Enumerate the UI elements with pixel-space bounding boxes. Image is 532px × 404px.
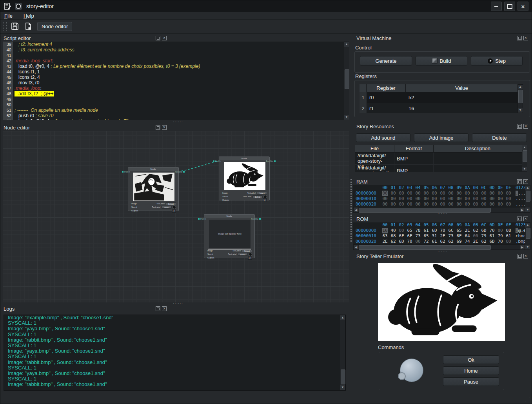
float-dock-icon[interactable] — [517, 217, 522, 221]
hex-byte-cell[interactable]: 68 — [390, 233, 396, 239]
resource-row[interactable]: /mnt/data/git/open-story-tell…BMP — [355, 153, 522, 165]
hex-byte-cell[interactable]: 00 — [473, 202, 478, 207]
home-button[interactable]: Home — [443, 366, 499, 375]
hex-byte-cell[interactable]: 61 — [432, 239, 437, 244]
close-dock-icon[interactable]: × — [162, 125, 167, 130]
hex-byte-cell[interactable]: 00 — [489, 196, 495, 202]
hex-byte-cell[interactable]: 73 — [448, 233, 454, 239]
port-out[interactable]: Port Out — [266, 160, 276, 162]
scroll-down-icon[interactable]: ▼ — [525, 207, 530, 212]
hex-byte-cell[interactable]: 00 — [465, 202, 470, 207]
toolbar-drag-handle[interactable] — [3, 22, 7, 31]
close-button[interactable]: × — [517, 2, 528, 11]
hex-byte-cell[interactable]: 61 — [506, 233, 511, 239]
hex-byte-cell[interactable]: 00 — [440, 191, 445, 196]
menu-help[interactable]: Help — [20, 13, 38, 19]
description-cell[interactable] — [434, 165, 522, 172]
hex-byte-cell[interactable]: 78 — [415, 228, 421, 233]
hex-byte-cell[interactable]: 00 — [481, 202, 487, 207]
outputs-spinbox[interactable]: 1▴▾ — [172, 209, 176, 213]
hex-byte-cell[interactable]: 00 — [440, 202, 445, 207]
pause-button[interactable]: Pause — [443, 377, 499, 386]
image-select-button[interactable]: Select — [166, 202, 176, 205]
scroll-up-icon[interactable]: ▲ — [340, 315, 345, 320]
splitter-handle[interactable]: ······ — [438, 250, 448, 253]
hex-byte-cell[interactable]: 00 — [399, 196, 404, 202]
hex-byte-cell[interactable]: 00 — [498, 202, 503, 207]
ram-vscrollbar[interactable]: ▲ ▼ — [525, 185, 530, 213]
outputs-spinbox[interactable]: 1▴▾ — [263, 198, 267, 202]
hex-byte-cell[interactable]: 6D — [481, 228, 487, 233]
script-editor-code-area[interactable]: 39 ; t2: increment 440 ; t3: current med… — [3, 42, 349, 120]
scroll-left-icon[interactable]: ◀ — [354, 207, 358, 212]
hex-byte-cell[interactable]: 00 — [415, 239, 421, 244]
scroll-up-icon[interactable]: ▲ — [518, 85, 523, 89]
close-dock-icon[interactable]: × — [162, 306, 167, 311]
scroll-up-icon[interactable]: ▲ — [344, 42, 349, 47]
column-header-description[interactable]: Description — [434, 145, 522, 152]
hex-byte-cell[interactable]: 00 — [415, 196, 421, 202]
scroll-down-icon[interactable]: ▼ — [344, 115, 349, 120]
hex-byte-cell[interactable]: 62 — [448, 239, 454, 244]
hex-byte-cell[interactable]: 00 — [423, 196, 429, 202]
hex-byte-cell[interactable]: 00 — [440, 196, 445, 202]
column-header-format[interactable]: Format — [394, 145, 434, 152]
hex-byte-cell[interactable]: 00 — [498, 196, 503, 202]
hex-byte-cell[interactable]: 70 — [489, 228, 495, 233]
hex-byte-cell[interactable]: 00 — [506, 191, 511, 196]
outputs-spinbox[interactable]: 1▴▾ — [248, 256, 252, 260]
column-header-register[interactable]: Register — [367, 84, 406, 92]
scroll-down-icon[interactable]: ▼ — [525, 245, 530, 249]
hex-byte-cell[interactable]: 00 — [399, 228, 404, 233]
hex-byte-cell[interactable]: 00 — [489, 191, 495, 196]
hex-byte-cell[interactable]: 00 — [390, 191, 396, 196]
hex-byte-cell[interactable]: 00 — [506, 239, 511, 244]
hex-byte-cell[interactable]: 40 — [390, 228, 396, 233]
hex-byte-cell[interactable]: 2E — [382, 239, 388, 244]
scroll-up-icon[interactable]: ▲ — [525, 223, 530, 227]
hex-byte-cell[interactable]: 65 — [456, 228, 462, 233]
media-node[interactable]: NodePort InPort OutImage will appear her… — [204, 214, 255, 258]
add-sound-button[interactable]: Add sound — [356, 133, 410, 142]
hex-byte-cell[interactable]: 6D — [432, 228, 437, 233]
hex-byte-cell[interactable]: 6E — [456, 233, 462, 239]
hex-byte-cell[interactable]: 2E — [440, 233, 445, 239]
hex-byte-cell[interactable]: 00 — [415, 202, 421, 207]
ok-button[interactable]: Ok — [443, 355, 499, 364]
resources-vscrollbar[interactable]: ▲ ▼ — [522, 145, 527, 172]
scroll-down-icon[interactable]: ▼ — [522, 167, 527, 171]
port-out[interactable]: Port Out — [251, 218, 261, 220]
delete-button[interactable]: Delete — [472, 133, 527, 142]
hex-byte-cell[interactable]: 74 — [465, 239, 470, 244]
hex-byte-cell[interactable]: 72 — [423, 239, 429, 244]
close-dock-icon[interactable]: × — [523, 36, 528, 40]
hex-byte-cell[interactable]: 6D — [489, 239, 495, 244]
hex-byte-cell[interactable]: 00 — [399, 191, 404, 196]
description-cell[interactable] — [434, 153, 522, 164]
hex-byte-cell[interactable]: 69 — [456, 239, 462, 244]
image-select-button[interactable]: Select — [242, 249, 252, 252]
hex-byte-cell[interactable]: 62 — [390, 239, 396, 244]
register-row[interactable]: 2r116 — [360, 103, 517, 113]
title-bar[interactable]: story-editor × — [0, 0, 532, 12]
float-dock-icon[interactable] — [517, 124, 522, 129]
hex-byte-cell[interactable]: 63 — [382, 233, 388, 239]
sound-select-button[interactable]: Select — [252, 195, 263, 198]
port-out-dot[interactable] — [183, 171, 185, 173]
hex-byte-cell[interactable]: 00 — [423, 191, 429, 196]
port-out-dot[interactable] — [259, 218, 261, 220]
resources-table[interactable]: FileFormatDescription/mnt/data/git/open-… — [355, 145, 522, 172]
hex-byte-cell[interactable]: 6F — [399, 233, 404, 239]
hex-byte-cell[interactable]: 00 — [423, 202, 429, 207]
hex-byte-cell[interactable]: 70 — [498, 239, 503, 244]
hex-byte-cell[interactable]: 79 — [498, 233, 503, 239]
hex-byte-cell[interactable]: 31 — [432, 233, 437, 239]
float-dock-icon[interactable] — [517, 179, 522, 184]
hex-byte-cell[interactable]: 00 — [382, 196, 388, 202]
close-dock-icon[interactable]: × — [523, 179, 528, 184]
float-dock-icon[interactable] — [156, 125, 160, 130]
rom-hex-view[interactable]: 000102030405060708090A0B0C0D0E0F01234567… — [353, 222, 525, 244]
hex-byte-cell[interactable]: 70 — [440, 228, 445, 233]
hex-byte-cell[interactable]: 62 — [473, 228, 478, 233]
script-editor-vscrollbar[interactable]: ▲ ▼ — [344, 42, 349, 120]
